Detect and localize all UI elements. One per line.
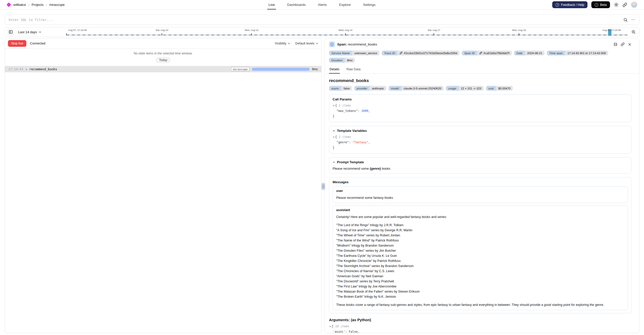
row-timestamp: 17:14:43 — [8, 67, 23, 71]
tab-details[interactable]: Details — [329, 66, 340, 73]
json-expander-icon[interactable] — [329, 325, 331, 328]
usage-badge: usage 12 + 311 -> 323 — [446, 86, 484, 91]
live-list-panel: Stop live Connected Visibility Default l… — [5, 38, 322, 333]
prompt-template-title[interactable]: Prompt Template — [333, 160, 628, 164]
time-span-badge: Time span 17:14:43.901 to 17:14:43.909 — [547, 51, 608, 55]
sidebar-toggle-icon[interactable] — [7, 29, 14, 36]
live-list-header: Stop live Connected Visibility Default l… — [5, 38, 321, 49]
timeline-tick-label: Aug 21, 17:16:35 — [602, 29, 621, 31]
theme-toggle-icon[interactable] — [614, 2, 619, 7]
badge-value: 17:14:43.901 to 17:14:43.909 — [565, 51, 608, 55]
section-title: Template Variables — [337, 129, 367, 133]
timeline-tick — [162, 33, 162, 36]
more-options-icon[interactable]: ⋯ — [631, 17, 635, 22]
book-line: "The Broken Earth" trilogy by N.K. Jemis… — [336, 294, 624, 299]
span-meta-badges: Service Name unknown_service Trace ID #2… — [329, 51, 631, 63]
book-line: "The Lord of the Rings" trilogy by J.R.R… — [336, 223, 624, 228]
timeline-tick — [66, 33, 67, 36]
logo-icon[interactable] — [6, 2, 11, 7]
call-params-card: Call Params { 1 items "max_tokens": 1000… — [329, 94, 631, 122]
tab-alerts[interactable]: Alerts — [318, 0, 327, 9]
timeline-tick — [519, 33, 519, 36]
sql-filter-bar: ⋯ — [5, 15, 639, 25]
breadcrumb-projects[interactable]: Projects — [31, 3, 43, 7]
search-icon[interactable] — [623, 18, 628, 22]
span-diamond-icon: ◆ — [26, 68, 27, 71]
timeline-baseline — [66, 35, 627, 35]
book-line: "The Chronicles of Narnia" by C.S. Lewis — [336, 269, 624, 274]
book-line: "The Name of the Wind" by Patrick Rothfu… — [336, 238, 624, 243]
timeline-track[interactable]: Aug 07, 17:16:35 Sat, Aug 10 Mon, Aug 12… — [46, 27, 628, 37]
grip-dots-icon — [322, 184, 324, 188]
json-plain-value: False, — [349, 330, 359, 333]
feedback-help-label: Feedback / Help — [561, 3, 584, 7]
json-expander-icon[interactable] — [333, 105, 335, 107]
message-role: user — [336, 189, 624, 193]
book-line: "The Earthsea Cycle" by Ursula K. Le Gui… — [336, 253, 624, 258]
provider-badge: provider anthropic — [354, 86, 386, 91]
badge-label: Time span — [547, 51, 565, 55]
book-line: "The Stormlight Archive" series by Brand… — [336, 263, 624, 269]
badge-value: 2024-08-21 — [525, 51, 545, 55]
feedback-help-button[interactable]: ? Feedback / Help — [552, 1, 587, 8]
template-variables-title[interactable]: Template Variables — [333, 129, 628, 133]
prompt-template-text: Please recommend some {genre} books — [333, 167, 628, 170]
call-params-title: Call Params — [333, 97, 628, 101]
close-icon[interactable] — [628, 43, 631, 46]
visibility-label: Visibility — [275, 42, 286, 45]
timeline-bar: Last 14 days Aug 07, 17:16:35 Sat, Aug 1… — [5, 27, 639, 37]
arguments-title: Arguments: (as Python) — [329, 318, 631, 322]
tab-live[interactable]: Live — [268, 0, 275, 9]
json-string-value: "fantasy", — [352, 141, 370, 144]
template-variables-card: Template Variables { 1 items "genre": "f… — [329, 126, 631, 154]
span-attribute-badges: async false provider anthropic model cla… — [329, 86, 631, 91]
default-levels-label: Default levels — [295, 42, 314, 45]
book-line: "The Discworld" series by Terry Pratchet… — [336, 279, 624, 284]
panel-resize-handle[interactable] — [321, 183, 325, 190]
share-link-icon[interactable] — [623, 3, 627, 7]
sql-filter-input[interactable] — [9, 18, 620, 22]
default-levels-dropdown[interactable]: Default levels — [295, 42, 318, 45]
span-id-badge[interactable]: Span ID #ca51b6a7f5b9dd7f — [462, 51, 512, 55]
tab-settings[interactable]: Settings — [363, 0, 376, 9]
trace-id-badge[interactable]: Trace ID #2ccbe10b91e371741b00eee2bdbc00… — [382, 51, 459, 55]
book-line: "The Wheel of Time" series by Robert Jor… — [336, 233, 624, 238]
call-params-json: { 1 items "max_tokens": 1000, } — [333, 103, 628, 119]
json-key: "genre": — [336, 141, 352, 144]
time-range-dropdown[interactable]: Last 14 days — [16, 30, 43, 34]
book-line: "Mistborn" trilogy by Brandon Sanderson — [336, 243, 624, 248]
model-badge: model claude-3-5-sonnet-20240620 — [389, 86, 444, 91]
copy-link-icon[interactable] — [621, 42, 625, 46]
json-open-brace: { — [335, 135, 337, 139]
today-divider: Today — [5, 57, 321, 63]
span-info-icon — [329, 41, 335, 47]
json-number-value: 1000, — [361, 109, 370, 113]
user-avatar[interactable] — [631, 2, 637, 8]
tab-dashboards[interactable]: Dashboards — [287, 0, 306, 9]
badge-label: Span ID — [462, 51, 477, 55]
beta-button[interactable]: i Beta — [591, 1, 610, 8]
span-title-label: Span: — [337, 42, 347, 46]
breadcrumb-org[interactable]: willbakst — [13, 3, 26, 7]
stop-live-button[interactable]: Stop live — [8, 40, 26, 47]
today-badge[interactable]: Today — [156, 57, 171, 63]
visibility-dropdown[interactable]: Visibility — [275, 42, 290, 45]
tab-explore[interactable]: Explore — [339, 0, 351, 9]
row-scope-badge: mirascope — [231, 67, 250, 71]
badge-value: #2ccbe10b91e371741b00eee2bdbc005d — [397, 51, 459, 55]
service-name-badge: Service Name unknown_service — [329, 51, 379, 55]
breadcrumb-project[interactable]: mirascope — [49, 3, 65, 7]
timeline-tick-label: Sat, Aug 17 — [428, 29, 440, 31]
user-message: user Please recommend some fantasy books — [333, 186, 628, 203]
json-close-brace: } — [333, 146, 334, 149]
span-list-row[interactable]: 17:14:43 ◆ recommend_books mirascope 9ms — [5, 66, 321, 72]
json-expander-icon[interactable] — [333, 136, 335, 138]
tab-raw-data[interactable]: Raw Data — [346, 66, 361, 73]
main-content: Stop live Connected Visibility Default l… — [5, 38, 639, 333]
assistant-outro: These books cover a range of fantasy sub… — [336, 302, 624, 307]
zoom-in-icon[interactable] — [630, 30, 637, 34]
async-badge: async false — [329, 86, 352, 91]
dock-panel-icon[interactable] — [614, 42, 617, 46]
timeline-tick-label: Wed, Aug 14 — [338, 29, 352, 31]
user-message-text: Please recommend some fantasy books — [336, 195, 624, 200]
